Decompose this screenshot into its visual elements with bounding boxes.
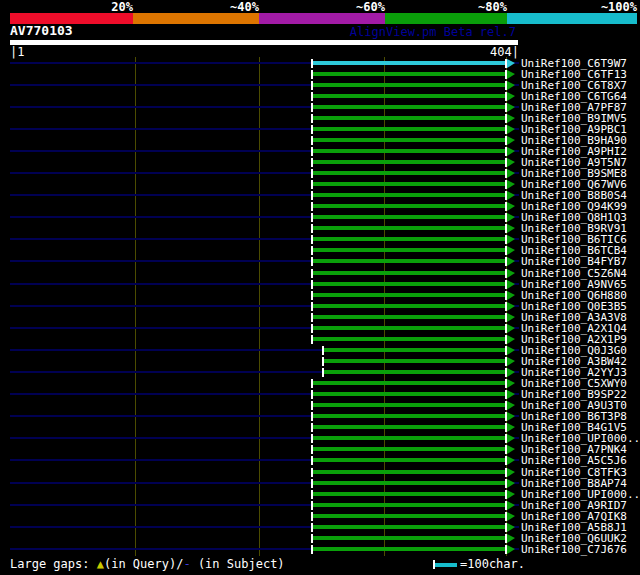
alignment-bar[interactable]	[313, 83, 505, 87]
alignment-bar[interactable]	[313, 381, 505, 385]
arrow-right-icon	[507, 114, 515, 123]
alignment-bar[interactable]	[313, 514, 505, 518]
alignment-bar[interactable]	[313, 337, 505, 341]
alignment-bar[interactable]	[313, 315, 505, 319]
alignment-bar[interactable]	[313, 304, 505, 308]
arrow-right-icon	[507, 501, 515, 510]
alignment-bar[interactable]	[313, 547, 505, 551]
arrow-right-icon	[507, 59, 515, 68]
arrow-right-icon	[507, 346, 515, 355]
alignment-bar[interactable]	[324, 370, 505, 374]
alignment-row: UniRef100_B4FYB7	[0, 256, 640, 267]
alignment-bar[interactable]	[313, 215, 505, 219]
alignment-bar[interactable]	[313, 326, 505, 330]
arrow-right-icon	[507, 379, 515, 388]
legend-text: (in Query)/	[104, 557, 183, 571]
arrow-right-icon	[507, 523, 515, 532]
hit-accession-link[interactable]: UniRef100_C7J676	[521, 544, 627, 555]
arrow-right-icon	[507, 479, 515, 488]
arrow-right-icon	[507, 280, 515, 289]
alignment-bar[interactable]	[313, 116, 505, 120]
arrow-right-icon	[507, 235, 515, 244]
arrow-right-icon	[507, 246, 515, 255]
alignment-bar[interactable]	[313, 436, 505, 440]
arrow-right-icon	[507, 180, 515, 189]
gap-in-subject-dash-icon: -	[183, 557, 190, 571]
alignment-bar[interactable]	[313, 149, 505, 153]
legend-text: (in Subject)	[191, 557, 285, 571]
alignment-bar[interactable]	[313, 536, 505, 540]
alignment-bar[interactable]	[313, 138, 505, 142]
alignment-bar[interactable]	[313, 458, 505, 462]
arrow-right-icon	[507, 302, 515, 311]
arrow-right-icon	[507, 103, 515, 112]
arrow-right-icon	[507, 445, 515, 454]
alignment-plot: UniRef100_C6T9W7UniRef100_C6TF13UniRef10…	[0, 0, 640, 575]
alignment-bar[interactable]	[313, 160, 505, 164]
arrow-right-icon	[507, 269, 515, 278]
arrow-right-icon	[507, 136, 515, 145]
arrow-right-icon	[507, 412, 515, 421]
alignment-bar[interactable]	[313, 492, 505, 496]
alignment-bar[interactable]	[313, 61, 505, 65]
alignment-bar[interactable]	[313, 271, 505, 275]
alignment-bar[interactable]	[313, 182, 505, 186]
arrow-right-icon	[507, 423, 515, 432]
alignment-bar[interactable]	[313, 72, 505, 76]
alignment-bar[interactable]	[313, 259, 505, 263]
alignment-bar[interactable]	[313, 127, 505, 131]
arrow-right-icon	[507, 468, 515, 477]
alignment-bar[interactable]	[313, 204, 505, 208]
alignment-bar[interactable]	[313, 248, 505, 252]
alignment-bar[interactable]	[313, 193, 505, 197]
alignment-bar[interactable]	[313, 447, 505, 451]
arrow-right-icon	[507, 169, 515, 178]
gap-in-query-triangle-icon: ▲	[97, 557, 104, 571]
alignment-bar[interactable]	[313, 470, 505, 474]
arrow-right-icon	[507, 324, 515, 333]
arrow-right-icon	[507, 357, 515, 366]
large-gaps-legend: Large gaps: ▲(in Query)/- (in Subject)	[10, 558, 285, 571]
alignment-bar[interactable]	[313, 282, 505, 286]
arrow-right-icon	[507, 224, 515, 233]
alignment-bar[interactable]	[313, 94, 505, 98]
arrow-right-icon	[507, 490, 515, 499]
arrow-right-icon	[507, 335, 515, 344]
arrow-right-icon	[507, 291, 515, 300]
arrow-right-icon	[507, 545, 515, 554]
legend-scale-label: =100char.	[460, 558, 525, 571]
alignment-bar[interactable]	[313, 503, 505, 507]
arrow-right-icon	[507, 125, 515, 134]
alignment-bar[interactable]	[313, 414, 505, 418]
alignment-bar[interactable]	[313, 425, 505, 429]
arrow-right-icon	[507, 313, 515, 322]
arrow-right-icon	[507, 434, 515, 443]
arrow-right-icon	[507, 534, 515, 543]
arrow-right-icon	[507, 390, 515, 399]
arrow-right-icon	[507, 158, 515, 167]
arrow-right-icon	[507, 213, 515, 222]
alignment-bar[interactable]	[313, 171, 505, 175]
arrow-right-icon	[507, 147, 515, 156]
legend-scale-bar-icon	[435, 563, 457, 567]
alignment-bar[interactable]	[313, 481, 505, 485]
alignment-bar[interactable]	[324, 359, 505, 363]
alignment-bar[interactable]	[313, 403, 505, 407]
arrow-right-icon	[507, 202, 515, 211]
alignment-bar[interactable]	[313, 226, 505, 230]
alignment-bar[interactable]	[313, 237, 505, 241]
alignment-bar[interactable]	[313, 293, 505, 297]
arrow-right-icon	[507, 191, 515, 200]
arrow-right-icon	[507, 257, 515, 266]
arrow-right-icon	[507, 512, 515, 521]
alignment-bar[interactable]	[324, 348, 505, 352]
arrow-right-icon	[507, 81, 515, 90]
hit-accession-link[interactable]: UniRef100_B4FYB7	[521, 256, 627, 267]
alignment-bar[interactable]	[313, 525, 505, 529]
alignment-row: UniRef100_A5C5J6	[0, 455, 640, 466]
arrow-right-icon	[507, 92, 515, 101]
arrow-right-icon	[507, 368, 515, 377]
hit-accession-link[interactable]: UniRef100_A5C5J6	[521, 455, 627, 466]
alignment-bar[interactable]	[313, 392, 505, 396]
alignment-bar[interactable]	[313, 105, 505, 109]
